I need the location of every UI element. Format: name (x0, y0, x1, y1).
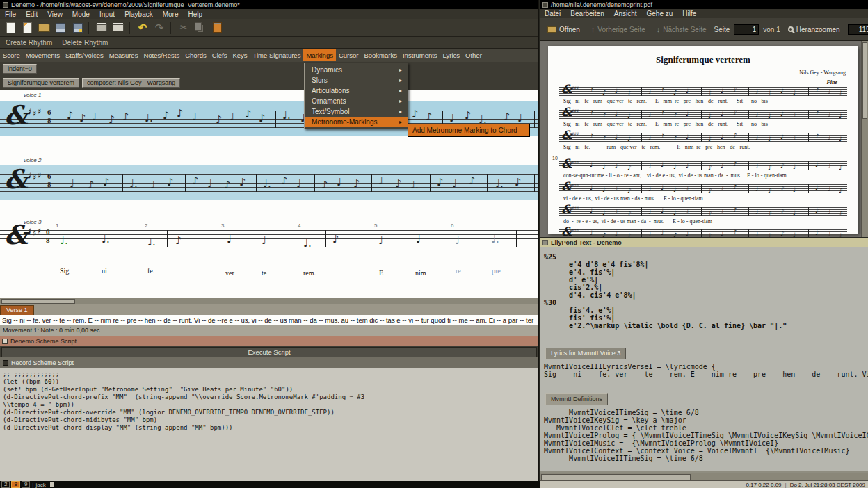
score-canvas[interactable]: voice 1 &♯♯♯68♪♪♩♪♪♩.♪♪♩♪♩♪♪♩.♪♩♪♪♩♩.♪♪♩… (0, 90, 538, 298)
pdf-view-area[interactable]: Signiferumque verterem Nils Gey - Wargsa… (540, 41, 868, 237)
markings-menu-item[interactable]: Dynamics ▸ (305, 65, 408, 75)
indent-button[interactable]: indent=0 (3, 64, 37, 74)
save-as-icon[interactable] (70, 20, 85, 35)
markings-menu-item[interactable]: Slurs ▸ (305, 75, 408, 86)
command-menu-item[interactable]: Time Signatures (250, 49, 304, 61)
markings-menu-item[interactable]: Text/Symbol ▸ (305, 106, 408, 117)
command-menu-item[interactable]: Lyrics (440, 49, 463, 61)
scrollbar-thumb[interactable] (541, 474, 691, 480)
note-glyph: ♪ (175, 236, 182, 246)
new-score-icon[interactable] (3, 20, 18, 35)
note-glyph: ♩ (755, 89, 758, 95)
lyrics-edit-line[interactable]: Sig -- ni -- fe. ver -- te -- rem. E -- … (0, 315, 538, 325)
command-menu-item[interactable]: Measures (106, 49, 141, 61)
undo-icon[interactable] (135, 20, 150, 35)
menu-item[interactable]: View (42, 10, 67, 19)
score-directive-button[interactable]: Signiferumque verterem (3, 78, 79, 88)
command-menu-item[interactable]: Movements (23, 49, 63, 61)
menu-item[interactable]: Ansicht (609, 9, 642, 18)
menu-item[interactable]: Datei (540, 9, 565, 18)
scheme-script-editor[interactable]: ;; ;;;;;;;;;;;;(let ((bpm 60))(set! bpm … (0, 368, 538, 481)
workspace-button[interactable]: 9 (22, 481, 30, 488)
score-directive-button[interactable]: composer: Nils Gey - Wargsang (82, 78, 180, 88)
cut-icon[interactable] (176, 20, 191, 35)
menu-item[interactable]: Gehe zu (642, 9, 678, 18)
definitions-section-button[interactable]: MvmntI Definitions (545, 393, 608, 405)
command-menu-item[interactable]: Clefs (209, 49, 230, 61)
print-preview-icon[interactable] (111, 20, 126, 35)
command-menu-item[interactable]: Markings (303, 49, 336, 61)
lyrics-section-button[interactable]: Lyrics for MvmntI Voice 3 (545, 348, 626, 359)
note-glyph: ♯ (38, 172, 41, 179)
markings-menu-item[interactable]: Metronome-Markings ▸ (305, 117, 408, 127)
rhythm-tool-button[interactable]: Create Rhythm (6, 39, 52, 47)
menu-item[interactable]: Input (95, 10, 120, 19)
separator[interactable] (88, 22, 90, 34)
zoom-level-input[interactable] (848, 24, 868, 35)
page-number-input[interactable] (734, 24, 759, 35)
markings-menu-item[interactable]: Ornaments ▸ (305, 96, 408, 106)
lilypond-music-block: %25 e'4 d'8 e'4 fis'8%| e'4. fis'%| d' e… (544, 253, 864, 330)
execute-script-button[interactable]: Execute Script (1, 347, 537, 357)
lilypond-horizontal-scrollbar[interactable] (540, 473, 868, 481)
scheme-panel-checkbox[interactable] (2, 339, 8, 344)
staff-voice-2[interactable]: &♯♯♯68♩♪♪♩.♩♪♪♩♪♪♩.♪♩♪♩♪♩♪♩.♪♩♪♩.♪ (0, 174, 538, 192)
taskbar-app-jack[interactable]: jack (35, 482, 45, 488)
open-score-icon[interactable] (19, 20, 35, 35)
separator[interactable] (170, 22, 172, 34)
next-page-button[interactable]: ↓ Nächste Seite (653, 24, 710, 35)
pdf-vertical-scrollbar[interactable] (861, 41, 868, 237)
denemo-titlebar[interactable]: Denemo - /home/nils/wacost-svn/denemo/20… (0, 0, 538, 9)
command-menu-item[interactable]: Bookmarks (361, 49, 400, 61)
redo-icon[interactable] (152, 20, 167, 35)
separator[interactable] (129, 22, 131, 34)
command-menu-item[interactable]: Chords (182, 49, 209, 61)
command-menu-item[interactable]: Notes/Rests (140, 49, 182, 61)
record-scheme-checkbox[interactable] (3, 360, 8, 366)
note-glyph: 6 (46, 228, 50, 236)
scrollbar-thumb[interactable] (1, 299, 75, 304)
verse-tab[interactable]: Verse 1 (0, 305, 34, 315)
pdf-titlebar[interactable]: /home/nils/.denemo/denemoprint.pdf (540, 0, 868, 9)
command-menu-item[interactable]: Cursor (336, 49, 362, 61)
scheme-panel-header[interactable]: Denemo Scheme Script (0, 336, 538, 346)
score-horizontal-scrollbar[interactable] (0, 298, 538, 304)
note-glyph: ♩ (455, 236, 460, 246)
save-icon[interactable] (53, 20, 68, 35)
staff-voice-3[interactable]: &♯♯♯68♩.♩.♩.♪♩♩♩.♪♩♩♩♩. (0, 230, 538, 247)
workspace-button[interactable]: 2 (1, 481, 10, 488)
add-metronome-marking-menu-item[interactable]: Add Metronome Marking to Chord (408, 124, 530, 137)
menu-item[interactable]: More (158, 10, 184, 19)
print-icon[interactable] (94, 20, 109, 35)
record-scheme-row[interactable]: Record Scheme Script (0, 357, 538, 368)
menu-item[interactable]: Help (184, 10, 208, 19)
rhythm-tool-button[interactable]: Delete Rhythm (62, 39, 108, 47)
note-glyph: ni (102, 268, 107, 275)
open-button[interactable]: Öffnen (544, 24, 584, 35)
menu-item[interactable]: Bearbeiten (565, 9, 609, 18)
scrollbar-thumb[interactable] (862, 42, 867, 119)
lilypond-titlebar[interactable]: LilyPond Text - Denemo (540, 238, 868, 247)
menu-item[interactable]: File (0, 10, 21, 19)
command-menu-item[interactable]: Keys (230, 49, 250, 61)
pdf-staff-4: &♯♯♯♪♪♩♪♩♪♪♩♪♩♪♩♪♪♩♪♩♪ (559, 161, 847, 170)
paste-icon[interactable] (209, 20, 225, 35)
command-menu-item[interactable]: Staffs/Voices (63, 49, 106, 61)
previous-page-button[interactable]: ↑ Vorherige Seite (588, 24, 649, 35)
note-glyph: ♪ (332, 234, 339, 245)
menu-item[interactable]: Edit (21, 10, 42, 19)
menu-item[interactable]: Hilfe (677, 9, 701, 18)
note-glyph: ♩ (615, 186, 618, 192)
command-menu-item[interactable]: Other (463, 49, 485, 61)
menu-item[interactable]: Playback (120, 10, 158, 19)
workspace-button[interactable]: 8 (11, 481, 19, 488)
copy-icon[interactable] (193, 20, 208, 35)
menu-item[interactable]: Mode (67, 10, 95, 19)
markings-menu-item[interactable]: Articulations ▸ (305, 86, 408, 96)
zoom-in-button[interactable]: Heranzoomen (785, 24, 844, 35)
command-menu-item[interactable]: Score (0, 49, 23, 61)
command-menu-item[interactable]: Instruments (400, 49, 440, 61)
lilypond-text-editor[interactable]: %25 e'4 d'8 e'4 fis'8%| e'4. fis'%| d' e… (540, 247, 868, 471)
note-glyph: ♪ (768, 113, 772, 120)
open-folder-icon[interactable] (36, 20, 51, 35)
